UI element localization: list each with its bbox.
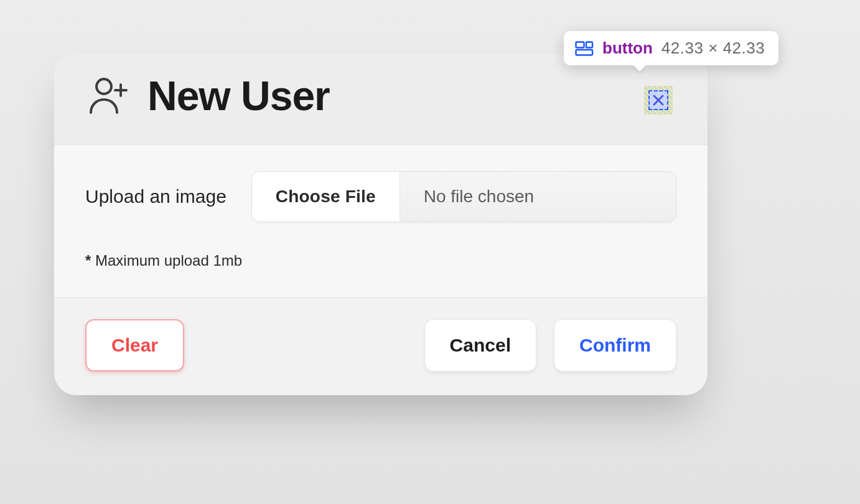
file-input[interactable]: Choose File No file chosen: [251, 171, 676, 222]
close-icon: [652, 94, 665, 106]
tooltip-size: 42.33 × 42.33: [661, 39, 765, 58]
close-button[interactable]: [644, 86, 673, 114]
cancel-button[interactable]: Cancel: [424, 319, 536, 371]
dialog-title: New User: [147, 72, 330, 119]
svg-rect-2: [576, 50, 593, 55]
tooltip-tag: button: [602, 39, 653, 58]
dialog-body: Upload an image Choose File No file chos…: [54, 144, 708, 297]
layout-icon: [575, 41, 594, 56]
new-user-dialog: New User Upload an image Choose File No …: [54, 54, 708, 395]
choose-file-button[interactable]: Choose File: [252, 172, 400, 222]
dialog-header: New User: [54, 54, 708, 144]
svg-rect-1: [586, 42, 592, 47]
file-status: No file chosen: [400, 172, 676, 222]
svg-rect-0: [576, 42, 584, 47]
hint-text: Maximum upload 1mb: [91, 252, 242, 269]
svg-point-3: [96, 79, 111, 94]
clear-button[interactable]: Clear: [85, 319, 184, 371]
confirm-button[interactable]: Confirm: [554, 319, 676, 371]
upload-label: Upload an image: [85, 186, 227, 207]
devtools-element-tooltip: button 42.33 × 42.33: [564, 31, 778, 65]
hint-asterisk: *: [85, 252, 91, 269]
dialog-footer: Clear Cancel Confirm: [54, 297, 708, 395]
add-user-icon: [85, 73, 130, 118]
upload-hint: * Maximum upload 1mb: [85, 252, 676, 269]
